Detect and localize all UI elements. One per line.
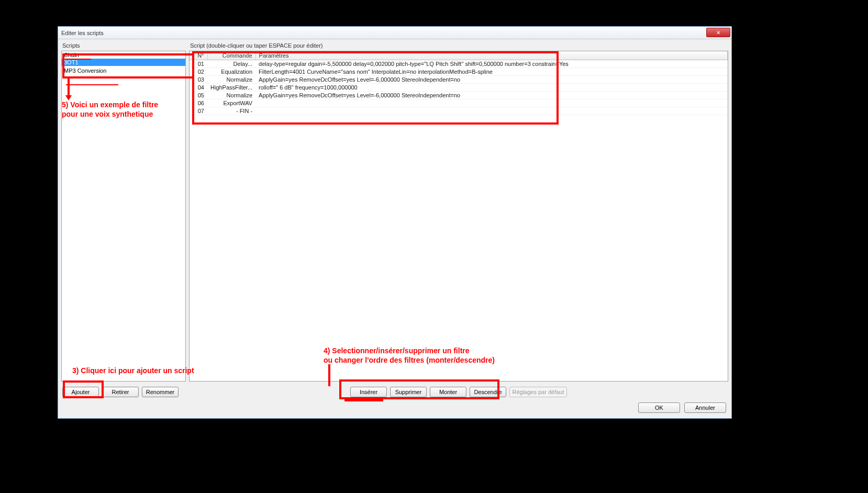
cell-params: ApplyGain=yes RemoveDcOffset=yes Level=-…: [255, 76, 727, 84]
close-icon: ✕: [716, 30, 720, 36]
table-row[interactable]: 03NormalizeApplyGain=yes RemoveDcOffset=…: [190, 76, 728, 84]
up-button[interactable]: Monter: [430, 387, 466, 397]
scripts-listbox[interactable]: Chain 3OT1 MP3 Conversion: [61, 51, 186, 382]
list-item[interactable]: MP3 Conversion: [62, 67, 185, 74]
cell-params: [255, 99, 727, 107]
cell-no: 03: [190, 76, 207, 84]
footer-buttons: OK Annuler: [61, 398, 728, 415]
list-item[interactable]: Chain: [62, 51, 185, 59]
script-steps-label: Script (double-cliquer ou taper ESPACE p…: [189, 41, 728, 51]
cell-no: 01: [190, 60, 207, 68]
cell-params: FilterLength=4001 CurveName="sans nom" I…: [255, 68, 727, 76]
script-steps-table[interactable]: N° Commande Paramètres 01Delay...delay-t…: [190, 51, 728, 115]
cell-command: ExportWAV: [207, 99, 255, 107]
cell-no: 07: [190, 107, 207, 115]
cell-command: - FIN -: [207, 107, 255, 115]
add-button[interactable]: Ajouter: [62, 387, 99, 397]
cell-command: Normalize: [207, 92, 255, 99]
insert-button[interactable]: Insérer: [350, 387, 387, 397]
col-command[interactable]: Commande: [207, 51, 255, 60]
script-steps-panel: Script (double-cliquer ou taper ESPACE p…: [189, 41, 728, 398]
scripts-label: Scripts: [61, 41, 186, 51]
col-no[interactable]: N°: [190, 51, 207, 60]
rename-button[interactable]: Renommer: [142, 387, 179, 397]
script-steps-table-wrap: N° Commande Paramètres 01Delay...delay-t…: [189, 51, 728, 382]
table-row[interactable]: 06ExportWAV: [190, 99, 728, 107]
scripts-buttons: Ajouter Retirer Renommer: [61, 382, 186, 398]
columns: Scripts Chain 3OT1 MP3 Conversion Ajoute…: [61, 41, 728, 398]
down-button[interactable]: Descendre: [470, 387, 506, 397]
cell-params: delay-type=regular dgain=-5,500000 delay…: [255, 60, 727, 68]
dialog-window: Editer les scripts ✕ Scripts Chain 3OT1 …: [58, 26, 732, 419]
scripts-panel: Scripts Chain 3OT1 MP3 Conversion Ajoute…: [61, 41, 186, 398]
cell-command: Normalize: [207, 76, 255, 84]
cell-no: 05: [190, 92, 207, 99]
dialog-content: Scripts Chain 3OT1 MP3 Conversion Ajoute…: [58, 39, 731, 418]
window-title: Editer les scripts: [61, 30, 104, 36]
cell-no: 04: [190, 84, 207, 92]
col-params[interactable]: Paramètres: [255, 51, 727, 60]
cancel-button[interactable]: Annuler: [684, 402, 726, 413]
remove-button[interactable]: Retirer: [102, 387, 139, 397]
delete-button[interactable]: Supprimer: [390, 387, 427, 397]
ok-button[interactable]: OK: [638, 402, 680, 413]
defaults-button: Réglages par défaut: [509, 387, 567, 397]
cell-no: 02: [190, 68, 207, 76]
table-row[interactable]: 01Delay...delay-type=regular dgain=-5,50…: [190, 60, 728, 68]
cell-params: rolloff=" 6 dB" frequency=1000,000000: [255, 84, 727, 92]
table-row[interactable]: 04HighPassFilter...rolloff=" 6 dB" frequ…: [190, 84, 728, 92]
cell-params: [255, 107, 727, 115]
table-row[interactable]: 02EqualizationFilterLength=4001 CurveNam…: [190, 68, 728, 76]
close-button[interactable]: ✕: [706, 28, 730, 37]
cell-params: ApplyGain=yes RemoveDcOffset=yes Level=-…: [255, 92, 727, 99]
cell-no: 06: [190, 99, 207, 107]
cell-command: Delay...: [207, 60, 255, 68]
table-header-row: N° Commande Paramètres: [190, 51, 728, 60]
table-row[interactable]: 07- FIN -: [190, 107, 728, 115]
cell-command: Equalization: [207, 68, 255, 76]
table-row[interactable]: 05NormalizeApplyGain=yes RemoveDcOffset=…: [190, 92, 728, 99]
list-item[interactable]: 3OT1: [62, 59, 185, 66]
titlebar: Editer les scripts ✕: [58, 27, 731, 39]
steps-buttons: Insérer Supprimer Monter Descendre Régla…: [189, 382, 728, 398]
cell-command: HighPassFilter...: [207, 84, 255, 92]
